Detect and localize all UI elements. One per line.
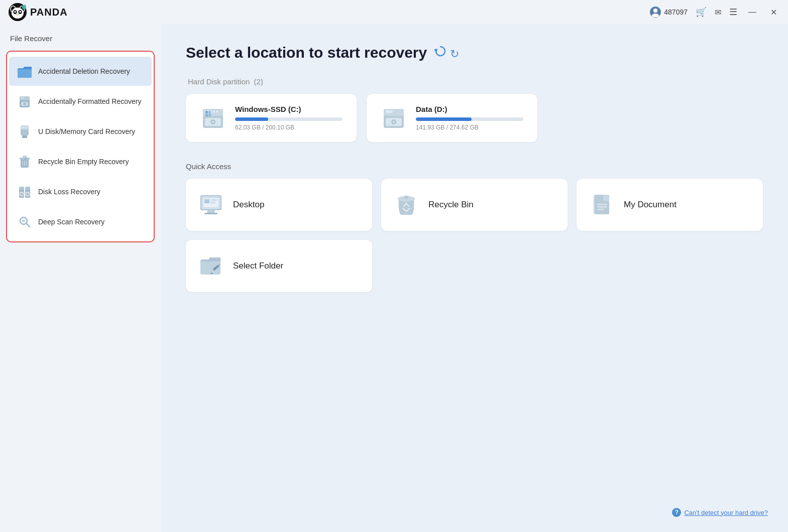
disk-d-bar-bg xyxy=(416,117,523,121)
minimize-button[interactable]: — xyxy=(745,7,759,18)
quick-card-desktop[interactable]: Desktop xyxy=(186,179,372,231)
sidebar-item-label: Disk Loss Recovery xyxy=(38,188,100,196)
quick-card-recycle-bin-label: Recycle Bin xyxy=(428,200,474,210)
sidebar-menu: Accidental Deletion Recovery Accidentall… xyxy=(6,51,155,242)
app-body: File Recover Accidental Deletion Recover… xyxy=(0,24,788,532)
svg-point-61 xyxy=(393,121,395,123)
quick-access-label: Quick Access xyxy=(186,162,763,171)
quick-access-grid: Desktop xyxy=(186,179,763,292)
disk-icon xyxy=(17,94,32,109)
svg-rect-52 xyxy=(216,111,218,112)
svg-rect-35 xyxy=(25,187,30,190)
app-logo: PANDA xyxy=(8,3,68,22)
svg-point-12 xyxy=(652,14,659,17)
svg-rect-27 xyxy=(20,158,30,160)
svg-rect-74 xyxy=(404,196,408,199)
quick-card-my-document-label: My Document xyxy=(624,200,677,210)
sidebar-item-label: U Disk/Memory Card Recovery xyxy=(38,127,135,136)
svg-rect-56 xyxy=(208,114,211,116)
svg-rect-28 xyxy=(23,156,27,158)
svg-point-42 xyxy=(22,219,25,222)
page-header: Select a location to start recovery ↻ xyxy=(186,44,763,61)
disk-cards-row: Windows-SSD (C:) 62.03 GB / 200.10 GB xyxy=(186,94,763,142)
cart-icon[interactable]: 🛒 xyxy=(696,7,707,18)
svg-rect-25 xyxy=(25,127,27,128)
svg-rect-24 xyxy=(22,127,24,128)
user-id: 487097 xyxy=(664,8,688,16)
select-folder-icon xyxy=(198,253,224,279)
close-button[interactable]: ✕ xyxy=(767,7,780,18)
refresh-icon[interactable]: ↻ xyxy=(434,45,459,61)
menu-icon[interactable]: ☰ xyxy=(729,7,737,18)
svg-rect-23 xyxy=(22,136,27,138)
sidebar-item-formatted-recovery[interactable]: Accidentally Formatted Recovery xyxy=(9,87,152,116)
svg-point-49 xyxy=(212,121,214,123)
svg-point-8 xyxy=(16,14,19,16)
desktop-icon xyxy=(198,192,224,218)
svg-rect-67 xyxy=(208,210,213,213)
title-bar-right: 487097 🛒 ✉ ☰ — ✕ xyxy=(650,7,780,18)
help-link-text: Can't detect your hard drive? xyxy=(684,509,768,516)
svg-rect-71 xyxy=(210,202,215,203)
hard-disk-label: Hard Disk partition xyxy=(188,77,250,86)
sidebar-item-recycle-bin-recovery[interactable]: Recycle Bin Empty Recovery xyxy=(9,147,152,176)
svg-point-7 xyxy=(20,11,21,13)
sidebar-item-disk-loss-recovery[interactable]: Disk Loss Recovery xyxy=(9,177,152,206)
svg-line-41 xyxy=(27,224,30,227)
svg-rect-34 xyxy=(19,187,24,190)
svg-rect-84 xyxy=(597,206,607,208)
svg-point-11 xyxy=(653,9,657,13)
quick-card-desktop-label: Desktop xyxy=(233,200,264,210)
quick-card-select-folder-label: Select Folder xyxy=(233,261,283,271)
hard-disk-count: (2) xyxy=(254,77,263,86)
svg-rect-85 xyxy=(597,209,604,210)
quick-access-section: Quick Access xyxy=(186,162,763,292)
disk-d-icon xyxy=(381,105,407,131)
disk-c-info: Windows-SSD (C:) 62.03 GB / 200.10 GB xyxy=(235,105,343,131)
disk-loss-icon xyxy=(17,184,32,199)
title-bar: PANDA 487097 🛒 ✉ ☰ — ✕ xyxy=(0,0,788,24)
svg-rect-70 xyxy=(210,199,217,201)
disk-c-name: Windows-SSD (C:) xyxy=(235,105,343,113)
sidebar-item-deep-scan-recovery[interactable]: Deep Scan Recovery xyxy=(9,207,152,236)
hard-disk-section-label: Hard Disk partition (2) xyxy=(186,77,763,86)
disk-card-c[interactable]: Windows-SSD (C:) 62.03 GB / 200.10 GB xyxy=(186,94,357,142)
sidebar-item-label: Deep Scan Recovery xyxy=(38,218,104,226)
svg-rect-55 xyxy=(205,114,208,116)
user-info: 487097 xyxy=(650,7,688,18)
disk-c-size: 62.03 GB / 200.10 GB xyxy=(235,124,343,131)
sidebar-item-accidental-deletion[interactable]: Accidental Deletion Recovery xyxy=(9,57,152,86)
svg-rect-62 xyxy=(386,110,393,113)
quick-card-my-document[interactable]: My Document xyxy=(577,179,763,231)
mail-icon[interactable]: ✉ xyxy=(715,8,721,17)
sidebar: File Recover Accidental Deletion Recover… xyxy=(0,24,161,532)
quick-card-select-folder[interactable]: Select Folder xyxy=(186,240,372,292)
deep-scan-icon xyxy=(17,214,32,229)
svg-rect-54 xyxy=(208,111,211,113)
svg-rect-15 xyxy=(18,69,32,78)
quick-card-recycle-bin[interactable]: Recycle Bin xyxy=(381,179,568,231)
disk-d-size: 141.93 GB / 274.62 GB xyxy=(416,124,523,131)
sidebar-item-label: Recycle Bin Empty Recovery xyxy=(38,158,129,166)
recycle-bin-icon xyxy=(17,154,32,169)
logo-text: PANDA xyxy=(30,7,68,18)
title-bar-left: PANDA xyxy=(8,3,68,22)
svg-rect-82 xyxy=(603,196,609,201)
disk-card-d[interactable]: Data (D:) 141.93 GB / 274.62 GB xyxy=(367,94,537,142)
sidebar-item-label: Accidental Deletion Recovery xyxy=(38,67,130,75)
folder-icon xyxy=(17,64,32,79)
panda-logo-icon xyxy=(8,3,27,22)
svg-rect-51 xyxy=(213,111,215,112)
disk-d-name: Data (D:) xyxy=(416,105,523,113)
sidebar-title: File Recover xyxy=(0,34,161,51)
svg-point-19 xyxy=(24,103,26,105)
disk-c-icon xyxy=(200,105,226,131)
recycle-bin-quick-icon xyxy=(393,192,419,218)
sidebar-item-usb-recovery[interactable]: U Disk/Memory Card Recovery xyxy=(9,117,152,146)
svg-rect-20 xyxy=(21,97,25,99)
svg-point-38 xyxy=(21,193,23,195)
svg-rect-83 xyxy=(597,204,607,205)
help-link[interactable]: ? Can't detect your hard drive? xyxy=(672,508,768,517)
disk-d-info: Data (D:) 141.93 GB / 274.62 GB xyxy=(416,105,523,131)
disk-c-bar-fill xyxy=(235,117,268,121)
